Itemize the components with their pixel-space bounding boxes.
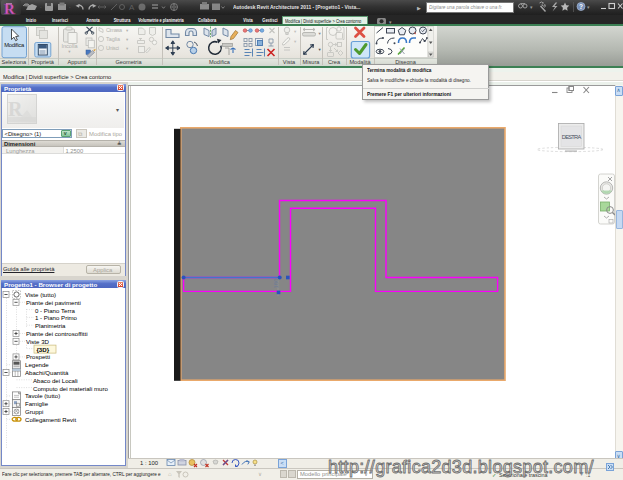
svg-text:▾: ▾	[294, 29, 297, 34]
svg-text:Computo dei materiali muro: Computo dei materiali muro	[33, 385, 108, 392]
svg-text:Legende: Legende	[25, 361, 49, 368]
svg-text:▾: ▾	[294, 39, 297, 44]
svg-text:Cimasa: Cimasa	[106, 27, 122, 33]
svg-text:Modifica: Modifica	[4, 42, 25, 48]
svg-text:Planimetria: Planimetria	[35, 322, 66, 329]
svg-text:1 - Piano Primo: 1 - Piano Primo	[35, 314, 78, 321]
svg-text:R: R	[8, 98, 23, 120]
svg-text:Collegamenti Revit: Collegamenti Revit	[25, 416, 76, 423]
svg-text:Tavole (tutto): Tavole (tutto)	[25, 392, 60, 399]
svg-text:▾: ▾	[530, 4, 533, 10]
svg-text:Abaco dei Locali: Abaco dei Locali	[33, 377, 78, 384]
svg-text:Taglia: Taglia	[106, 36, 120, 42]
svg-text:Prospetti: Prospetti	[26, 353, 50, 360]
svg-text:▾: ▾	[319, 31, 322, 36]
svg-text:Piante dei controsoffitti: Piante dei controsoffitti	[26, 330, 88, 337]
svg-text:Gruppi: Gruppi	[25, 408, 43, 415]
svg-text:180: 180	[273, 278, 279, 289]
svg-text:Abachi/Quantità: Abachi/Quantità	[25, 369, 69, 376]
svg-text:▾: ▾	[126, 37, 129, 42]
svg-text:Unisci: Unisci	[106, 45, 119, 51]
svg-text:·: ·	[40, 4, 42, 10]
svg-text:A: A	[129, 3, 135, 12]
svg-text:DESTRA: DESTRA	[562, 134, 582, 140]
svg-text:▾: ▾	[319, 47, 322, 52]
svg-text:▾: ▾	[68, 49, 71, 54]
svg-text:Famiglie: Famiglie	[25, 400, 49, 407]
svg-text:·: ·	[69, 4, 71, 10]
svg-text:0 - Piano Terra: 0 - Piano Terra	[35, 307, 75, 314]
svg-text:{3D}: {3D}	[37, 346, 50, 353]
svg-text:▾: ▾	[126, 46, 129, 51]
svg-text:R: R	[4, 1, 15, 16]
svg-text:?: ?	[579, 3, 583, 10]
svg-text:Viste 3D: Viste 3D	[26, 338, 50, 345]
svg-text:Viste (tutto): Viste (tutto)	[25, 291, 56, 298]
svg-text:▾: ▾	[587, 4, 590, 10]
svg-text:·: ·	[82, 4, 84, 10]
svg-text:Piante dei pavimenti: Piante dei pavimenti	[26, 299, 81, 306]
svg-text:▾: ▾	[126, 28, 129, 33]
